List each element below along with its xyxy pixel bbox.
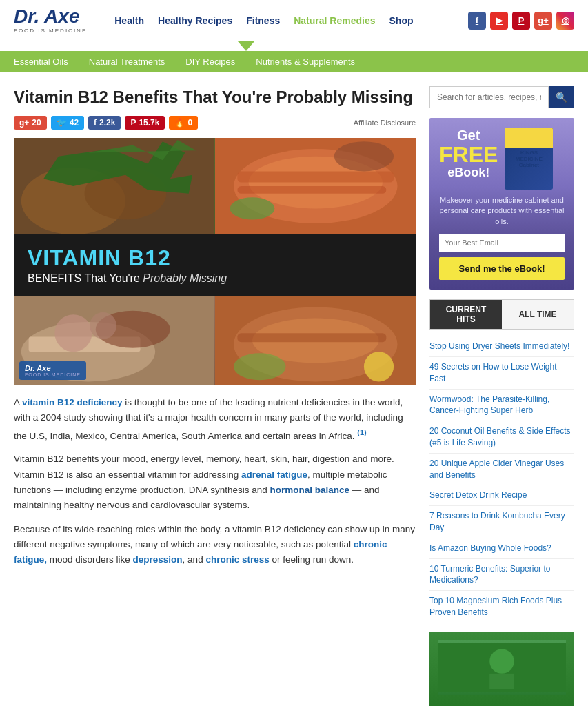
nav-fitness[interactable]: Fitness xyxy=(246,15,280,26)
hits-link-8[interactable]: Is Amazon Buying Whole Foods? xyxy=(429,543,574,554)
site-logo[interactable]: Dr. Axe FOOD IS MEDICINE xyxy=(14,7,87,34)
nav-shop[interactable]: Shop xyxy=(389,15,414,26)
article-image: VITAMIN B12 BENEFITS That You're Probabl… xyxy=(14,138,416,385)
hits-link-10[interactable]: Top 10 Magnesium Rich Foods Plus Proven … xyxy=(429,595,574,618)
twitter-icon: 🐦 xyxy=(57,118,67,128)
share-flame[interactable]: 🔥 0 xyxy=(169,116,198,130)
article-paragraph-2: Vitamin B12 benefits your mood, energy l… xyxy=(14,452,416,513)
subnav-nutrients[interactable]: Nutrients & Supplements xyxy=(256,57,355,67)
sidebar: 🔍 Get FREE eBook! KINGS MEDICINE Cabinet… xyxy=(429,86,574,706)
logo-tagline: FOOD IS MEDICINE xyxy=(14,28,87,34)
chronic-stress-link[interactable]: chronic stress xyxy=(205,554,269,565)
draxe-badge: Dr. Axe FOOD IS MEDICINE xyxy=(19,361,86,380)
main-nav: Health Healthy Recipes Fitness Natural R… xyxy=(114,15,468,26)
tab-all-time[interactable]: ALL TIME xyxy=(502,300,574,329)
ebook-text: Get FREE eBook! xyxy=(439,128,498,180)
svg-point-23 xyxy=(233,354,285,381)
ebook-email-input[interactable] xyxy=(439,234,565,252)
hits-link-6[interactable]: Secret Detox Drink Recipe xyxy=(429,490,574,501)
article-title: Vitamin B12 Benefits That You're Probabl… xyxy=(14,86,416,108)
hits-link-4[interactable]: 20 Coconut Oil Benefits & Side Effects (… xyxy=(429,425,574,449)
svg-rect-21 xyxy=(237,333,386,342)
svg-point-25 xyxy=(489,649,514,673)
banner-title: VITAMIN B12 xyxy=(28,245,402,271)
svg-point-16 xyxy=(54,314,92,352)
bottom-banner-image xyxy=(438,640,566,695)
site-header: Dr. Axe FOOD IS MEDICINE Health Healthy … xyxy=(0,0,588,41)
social-icons: f ▶ P g+ ◎ xyxy=(468,12,574,30)
hits-link-5[interactable]: 20 Unique Apple Cider Vinegar Uses and B… xyxy=(429,458,574,481)
pinterest-icon[interactable]: P xyxy=(512,12,530,30)
image-grid: VITAMIN B12 BENEFITS That You're Probabl… xyxy=(14,138,416,385)
pinterest-share-icon: P xyxy=(130,118,136,128)
search-input[interactable] xyxy=(429,86,549,108)
hits-link-1[interactable]: Stop Using Dryer Sheets Immediately! xyxy=(429,341,574,352)
logo-text: Dr. Axe xyxy=(14,7,87,26)
hormonal-balance-link[interactable]: hormonal balance xyxy=(270,485,349,495)
facebook-share-icon: f xyxy=(94,118,97,128)
youtube-icon[interactable]: ▶ xyxy=(490,12,508,30)
adrenal-fatigue-link[interactable]: adrenal fatigue xyxy=(241,470,307,480)
ebook-top: Get FREE eBook! KINGS MEDICINE Cabinet xyxy=(439,128,565,190)
depression-link[interactable]: depression xyxy=(133,554,183,565)
share-twitter[interactable]: 🐦 42 xyxy=(51,116,84,130)
nav-health[interactable]: Health xyxy=(114,15,144,26)
main-container: Vitamin B12 Benefits That You're Probabl… xyxy=(0,72,588,706)
food-image-cooked-fish xyxy=(215,296,416,385)
ebook-ebook-label: eBook! xyxy=(439,165,498,180)
svg-point-10 xyxy=(334,141,393,171)
list-item: Wormwood: The Parasite-Killing, Cancer-F… xyxy=(429,390,574,422)
flame-icon: 🔥 xyxy=(174,118,185,128)
instagram-icon[interactable]: ◎ xyxy=(556,12,574,30)
facebook-icon[interactable]: f xyxy=(468,12,486,30)
list-item: 49 Secrets on How to Lose Weight Fast xyxy=(429,357,574,390)
ebook-book-title: KINGS MEDICINE Cabinet xyxy=(507,150,550,168)
article-paragraph-3: Because of its wide-reaching roles withi… xyxy=(14,522,416,568)
ebook-banner: Get FREE eBook! KINGS MEDICINE Cabinet M… xyxy=(429,118,574,290)
bottom-banner[interactable]: NEW FREE TRAINING ON ESSENTIAL OILS xyxy=(429,632,574,706)
svg-point-17 xyxy=(90,312,116,339)
tab-current-hits[interactable]: CURRENT HITS xyxy=(430,300,502,329)
article-paragraph-1: A vitamin B12 deficiency is thought to b… xyxy=(14,395,416,443)
list-item: 10 Turmeric Benefits: Superior to Medica… xyxy=(429,559,574,592)
search-button[interactable]: 🔍 xyxy=(549,86,574,108)
svg-rect-9 xyxy=(237,186,386,194)
reference-1[interactable]: (1) xyxy=(357,428,366,436)
list-item: 20 Coconut Oil Benefits & Side Effects (… xyxy=(429,421,574,454)
list-item: 20 Unique Apple Cider Vinegar Uses and B… xyxy=(429,454,574,486)
list-item: Stop Using Dryer Sheets Immediately! xyxy=(429,336,574,357)
vitamin-b12-deficiency-link[interactable]: vitamin B12 deficiency xyxy=(22,397,123,407)
ebook-free-label: FREE xyxy=(439,143,498,165)
share-pinterest[interactable]: P 15.7k xyxy=(125,116,165,130)
sub-nav: Essential Oils Natural Treatments DIY Re… xyxy=(0,51,588,72)
list-item: Top 10 Magnesium Rich Foods Plus Proven … xyxy=(429,591,574,623)
list-item: 7 Reasons to Drink Kombucha Every Day xyxy=(429,506,574,538)
food-image-salmon xyxy=(215,138,416,234)
hits-link-7[interactable]: 7 Reasons to Drink Kombucha Every Day xyxy=(429,510,574,534)
svg-rect-8 xyxy=(237,172,394,183)
share-facebook[interactable]: f 2.2k xyxy=(88,116,121,130)
subnav-natural-treatments[interactable]: Natural Treatments xyxy=(89,57,165,67)
affiliate-disclosure[interactable]: Affiliate Disclosure xyxy=(354,119,416,127)
googleplus-icon[interactable]: g+ xyxy=(534,12,552,30)
subnav-diy-recipes[interactable]: DIY Recipes xyxy=(185,57,235,67)
svg-point-22 xyxy=(363,352,393,381)
hits-list: Stop Using Dryer Sheets Immediately! 49 … xyxy=(429,336,574,623)
hits-link-3[interactable]: Wormwood: The Parasite-Killing, Cancer-F… xyxy=(429,394,574,417)
subnav-essential-oils[interactable]: Essential Oils xyxy=(14,57,68,67)
hits-link-2[interactable]: 49 Secrets on How to Lose Weight Fast xyxy=(429,361,574,385)
article-body: A vitamin B12 deficiency is thought to b… xyxy=(14,395,416,567)
banner-subtitle: BENEFITS That You're Probably Missing xyxy=(28,272,402,285)
gplus-icon: g+ xyxy=(19,118,29,128)
share-bar: g+ 20 🐦 42 f 2.2k P 15.7k 🔥 0 Affiliate … xyxy=(14,116,416,130)
ebook-book-image: KINGS MEDICINE Cabinet xyxy=(505,128,553,190)
nav-natural-remedies[interactable]: Natural Remedies xyxy=(294,15,375,26)
ebook-submit-button[interactable]: Send me the eBook! xyxy=(439,257,565,280)
hits-link-9[interactable]: 10 Turmeric Benefits: Superior to Medica… xyxy=(429,563,574,587)
list-item: Is Amazon Buying Whole Foods? xyxy=(429,538,574,559)
ebook-get-label: Get xyxy=(439,128,498,143)
svg-rect-26 xyxy=(489,674,514,689)
nav-healthy-recipes[interactable]: Healthy Recipes xyxy=(158,15,232,26)
food-image-meat xyxy=(14,138,215,234)
share-gplus[interactable]: g+ 20 xyxy=(14,116,47,130)
